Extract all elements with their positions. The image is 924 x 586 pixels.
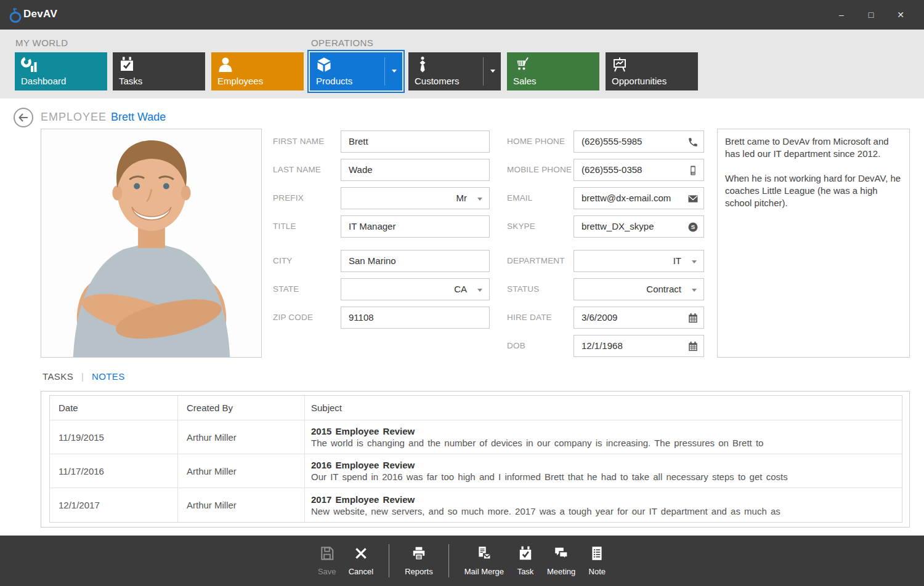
field-label: TITLE — [273, 222, 296, 231]
tile-opportunities[interactable]: Opportunities — [606, 52, 698, 90]
mobile-phone-icon — [687, 165, 699, 176]
chevron-down-icon[interactable] — [477, 198, 482, 201]
cell-date: 11/19/2015 — [50, 420, 178, 454]
tile-sales[interactable]: Sales — [507, 52, 599, 90]
meeting-button[interactable]: Meeting — [547, 545, 575, 576]
skype-input[interactable]: brettw_DX_skype S — [573, 215, 704, 238]
chevron-down-icon[interactable] — [477, 289, 482, 292]
cancel-button[interactable]: Cancel — [349, 545, 373, 576]
tile-employees[interactable]: Employees — [211, 52, 304, 90]
field-label: FIRST NAME — [273, 137, 325, 146]
chevron-down-icon[interactable] — [392, 70, 397, 73]
title-bar: DevAV – □ ✕ — [0, 0, 924, 30]
hire-date-input[interactable]: 3/6/2009 — [573, 307, 704, 329]
employee-bio-notes[interactable]: Brett came to DevAv from Microsoft and h… — [717, 129, 910, 358]
tab-notes[interactable]: NOTES — [92, 371, 125, 382]
chevron-down-icon[interactable] — [490, 70, 495, 73]
detail-tabs: TASKS | NOTES — [43, 371, 125, 382]
minimize-button[interactable]: – — [827, 0, 856, 30]
tile-products[interactable]: Products — [310, 52, 402, 90]
field-label: PREFIX — [273, 193, 304, 203]
close-button[interactable]: ✕ — [886, 0, 915, 30]
calendar-icon[interactable] — [687, 313, 699, 324]
column-header-subject[interactable]: Subject — [305, 396, 902, 420]
last-name-input[interactable]: Wade — [341, 159, 490, 181]
department-dropdown[interactable]: IT — [573, 250, 704, 272]
task-icon — [517, 545, 533, 564]
tile-customers[interactable]: Customers — [408, 52, 501, 90]
reports-button[interactable]: Reports — [405, 545, 433, 576]
devav-logo-icon — [9, 7, 23, 25]
field-hire-date: HIRE DATE 3/6/2009 — [507, 307, 704, 329]
chevron-down-icon[interactable] — [692, 260, 697, 263]
tile-label: Customers — [415, 76, 460, 86]
meeting-icon — [553, 545, 569, 564]
field-home-phone: HOME PHONE (626)555-5985 — [507, 130, 704, 153]
note-subject-text: The world is changing and the number of … — [311, 438, 902, 448]
toolbar-button-label: Cancel — [349, 567, 373, 576]
tile-label: Dashboard — [21, 76, 66, 86]
field-value: brettw@dx-email.com — [582, 193, 671, 203]
field-value: Contract — [646, 284, 681, 294]
chevron-down-icon[interactable] — [692, 289, 697, 292]
print-icon — [411, 545, 427, 564]
state-dropdown[interactable]: CA — [341, 278, 490, 300]
column-header-created-by[interactable]: Created By — [178, 396, 305, 420]
title-input[interactable]: IT Manager — [341, 215, 490, 238]
home-phone-input[interactable]: (626)555-5985 — [573, 130, 704, 153]
cell-created-by: Arthur Miller — [178, 488, 305, 522]
calendar-icon[interactable] — [687, 341, 699, 352]
table-row[interactable]: 12/1/2017 Arthur Miller 2017 Employee Re… — [50, 488, 902, 522]
field-value: 91108 — [349, 312, 374, 323]
field-label: MOBILE PHONE — [507, 165, 572, 174]
table-row[interactable]: 11/19/2015 Arthur Miller 2015 Employee R… — [50, 420, 902, 454]
status-dropdown[interactable]: Contract — [573, 278, 704, 300]
prefix-dropdown[interactable]: Mr — [341, 187, 490, 209]
field-state: STATE CA — [273, 278, 490, 300]
note-button[interactable]: Note — [585, 545, 609, 576]
toolbar-divider — [448, 544, 449, 577]
note-subject-title: 2016 Employee Review — [311, 460, 902, 470]
column-header-date[interactable]: Date — [50, 396, 178, 420]
cancel-icon — [353, 545, 369, 564]
bio-paragraph: When he is not working hard for DevAV, h… — [725, 172, 902, 209]
first-name-input[interactable]: Brett — [341, 130, 490, 153]
field-zip-code: ZIP CODE 91108 — [273, 307, 490, 329]
field-value: San Marino — [349, 255, 396, 266]
tile-label: Opportunities — [612, 76, 667, 86]
note-subject-title: 2017 Employee Review — [311, 494, 902, 505]
toolbar-button-label: Mail Merge — [464, 567, 504, 576]
note-icon — [589, 545, 605, 564]
back-button[interactable] — [13, 107, 34, 128]
tile-label: Sales — [513, 76, 537, 86]
city-input[interactable]: San Marino — [341, 250, 490, 272]
tab-tasks[interactable]: TASKS — [43, 371, 73, 382]
cell-created-by: Arthur Miller — [178, 420, 305, 454]
cell-subject: 2016 Employee Review Our IT spend in 201… — [305, 454, 902, 488]
dob-input[interactable]: 12/1/1968 — [573, 335, 704, 357]
field-value: brettw_DX_skype — [582, 221, 654, 231]
table-row[interactable]: 11/17/2016 Arthur Miller 2016 Employee R… — [50, 454, 902, 488]
field-label: EMAIL — [507, 193, 533, 203]
tile-dashboard[interactable]: Dashboard — [15, 52, 107, 90]
maximize-button[interactable]: □ — [856, 0, 886, 30]
mail-merge-button[interactable]: Mail Merge — [464, 545, 504, 576]
save-button[interactable]: Save — [315, 545, 339, 576]
field-label: STATUS — [507, 284, 539, 294]
tab-separator: | — [81, 371, 84, 382]
zip-code-input[interactable]: 91108 — [341, 307, 490, 329]
task-button[interactable]: Task — [513, 545, 538, 576]
bottom-toolbar: Save Cancel Reports — [0, 536, 924, 586]
mail-merge-icon — [476, 545, 492, 564]
field-value: Mr — [456, 193, 468, 203]
notes-table: Date Created By Subject 11/19/2015 Arthu… — [49, 395, 902, 523]
employee-detail-view: EMPLOYEE Brett Wade — [0, 98, 924, 536]
note-subject-text: New website, new servers, and so much mo… — [311, 506, 902, 516]
tile-tasks[interactable]: Tasks — [113, 52, 205, 90]
email-input[interactable]: brettw@dx-email.com — [573, 187, 704, 209]
field-label: STATE — [273, 284, 299, 294]
note-subject-text: Our IT spend in 2016 was far too high an… — [311, 472, 902, 482]
mobile-phone-input[interactable]: (626)555-0358 — [573, 159, 704, 181]
save-icon — [319, 545, 335, 564]
field-value: (626)555-5985 — [582, 136, 642, 146]
